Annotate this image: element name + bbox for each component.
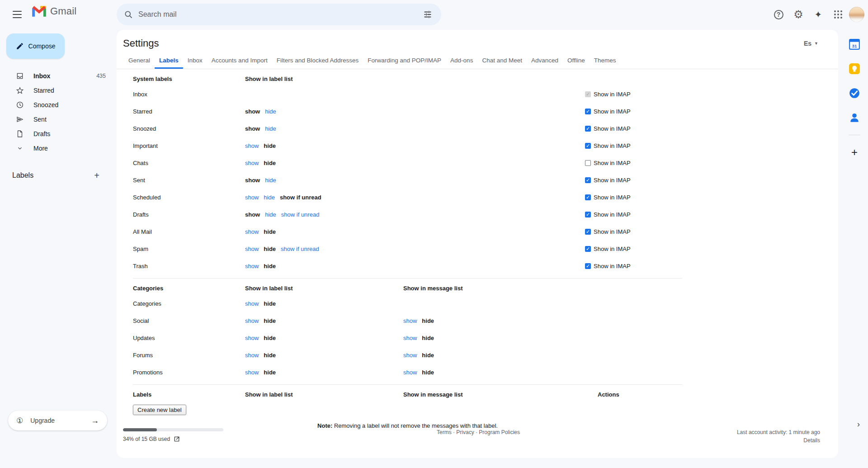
calendar-icon[interactable]: 31: [845, 35, 863, 53]
option-link-hide[interactable]: hide: [264, 194, 275, 201]
category-row: Categoriesshowhide: [133, 295, 682, 312]
sidebar-item-snoozed[interactable]: Snoozed: [0, 98, 116, 112]
card-footer: 34% of 15 GB used Terms · Privacy · Prog…: [123, 428, 834, 452]
option-link-show[interactable]: show: [245, 369, 259, 376]
option-link-hide[interactable]: hide: [265, 125, 276, 132]
tune-icon[interactable]: [419, 5, 437, 24]
show-in-imap-label: Show in IMAP: [594, 263, 631, 269]
label-list-options: showhideshow if unread: [245, 194, 585, 201]
option-link-show[interactable]: show: [403, 335, 417, 341]
add-label-icon[interactable]: +: [90, 169, 103, 182]
show-in-imap-checkbox[interactable]: ✓: [585, 229, 591, 235]
search-icon[interactable]: [124, 10, 133, 19]
show-in-imap-checkbox[interactable]: ✓: [585, 126, 591, 132]
option-link-show[interactable]: show: [245, 160, 259, 166]
sparkle-icon[interactable]: ✦: [809, 5, 827, 24]
tab-themes[interactable]: Themes: [590, 53, 621, 69]
sidebar-item-more[interactable]: More: [0, 141, 116, 156]
contacts-icon[interactable]: [845, 109, 863, 127]
option-link-show[interactable]: show: [245, 228, 259, 235]
google-one-icon: ①: [16, 416, 23, 425]
option-link-show-if-unread[interactable]: show if unread: [281, 211, 320, 218]
option-link-show[interactable]: show: [245, 335, 259, 341]
labels-col3: Show in message list: [403, 391, 598, 398]
show-in-imap-checkbox[interactable]: ✓: [585, 177, 591, 183]
sidebar-item-label: Starred: [33, 87, 106, 94]
keep-icon[interactable]: [845, 60, 863, 78]
sidebar-item-label: Snoozed: [33, 101, 106, 109]
search-bar[interactable]: [117, 4, 441, 25]
option-link-show[interactable]: show: [403, 352, 417, 359]
option-link-show[interactable]: show: [403, 369, 417, 376]
selected-option-hide: hide: [264, 263, 276, 269]
option-link-hide[interactable]: hide: [265, 177, 276, 184]
details-link[interactable]: Details: [803, 437, 820, 444]
show-in-imap-label: Show in IMAP: [594, 177, 631, 184]
tab-accounts-and-import[interactable]: Accounts and Import: [207, 53, 272, 69]
hide-side-panel-icon[interactable]: ›: [857, 420, 860, 429]
get-addons-icon[interactable]: +: [845, 143, 863, 161]
option-link-show[interactable]: show: [245, 300, 259, 307]
tab-general[interactable]: General: [124, 53, 155, 69]
tab-forwarding-and-pop-imap[interactable]: Forwarding and POP/IMAP: [363, 53, 446, 69]
tab-chat-and-meet[interactable]: Chat and Meet: [477, 53, 527, 69]
tab-inbox[interactable]: Inbox: [183, 53, 207, 69]
imap-cell: ✓Show in IMAP: [585, 228, 682, 235]
language-dropdown[interactable]: Es ▼: [804, 40, 818, 47]
message-list-options: showhide: [403, 335, 682, 341]
top-bar: Gmail ? ⚙ ✦: [0, 0, 868, 29]
show-in-imap-checkbox[interactable]: ✓: [585, 143, 591, 149]
help-icon[interactable]: ?: [769, 5, 788, 24]
option-link-show[interactable]: show: [245, 263, 259, 269]
tab-advanced[interactable]: Advanced: [527, 53, 563, 69]
option-link-show[interactable]: show: [245, 352, 259, 359]
gear-icon[interactable]: ⚙: [789, 5, 807, 24]
show-in-imap-checkbox[interactable]: [585, 160, 591, 166]
tab-add-ons[interactable]: Add-ons: [446, 53, 477, 69]
label-list-options: showhideshow if unread: [245, 211, 585, 218]
option-link-show[interactable]: show: [245, 246, 259, 252]
tasks-icon[interactable]: [845, 84, 863, 102]
tab-filters-and-blocked-addresses[interactable]: Filters and Blocked Addresses: [272, 53, 363, 69]
sidebar-item-inbox[interactable]: Inbox435: [0, 69, 116, 83]
option-link-show[interactable]: show: [245, 142, 259, 149]
label-name: Trash: [133, 263, 245, 269]
category-name: Updates: [133, 335, 245, 341]
upgrade-button[interactable]: ① Upgrade →: [8, 411, 107, 430]
option-link-show-if-unread[interactable]: show if unread: [281, 246, 319, 252]
show-in-imap-checkbox[interactable]: ✓: [585, 194, 591, 200]
chevron-down-icon: [15, 144, 24, 153]
sidebar-item-label: More: [33, 145, 106, 152]
sidebar-item-label: Sent: [33, 116, 106, 123]
option-link-show[interactable]: show: [245, 194, 259, 201]
show-in-imap-checkbox[interactable]: ✓: [585, 246, 591, 252]
option-link-hide[interactable]: hide: [265, 108, 276, 115]
footer-link-privacy[interactable]: Privacy: [456, 429, 474, 435]
option-link-show[interactable]: show: [245, 317, 259, 324]
sidebar-item-drafts[interactable]: Drafts: [0, 127, 116, 141]
compose-button[interactable]: Compose: [6, 33, 65, 59]
footer-link-program-policies[interactable]: Program Policies: [479, 429, 520, 435]
option-link-show[interactable]: show: [403, 317, 417, 324]
option-link-hide[interactable]: hide: [265, 211, 276, 218]
section-divider: [133, 384, 682, 385]
show-in-imap-label: Show in IMAP: [594, 142, 631, 149]
sidebar-item-sent[interactable]: Sent: [0, 112, 116, 127]
tab-offline[interactable]: Offline: [563, 53, 590, 69]
show-in-imap-checkbox[interactable]: ✓: [585, 263, 591, 269]
main-menu-icon[interactable]: [8, 6, 26, 23]
search-input[interactable]: [138, 10, 419, 19]
footer-link-terms[interactable]: Terms: [437, 429, 452, 435]
show-in-imap-checkbox[interactable]: ✓: [585, 212, 591, 217]
external-link-icon[interactable]: [174, 436, 180, 442]
sidebar-item-starred[interactable]: Starred: [0, 83, 116, 98]
avatar[interactable]: [849, 7, 864, 22]
label-name: Important: [133, 142, 245, 149]
apps-grid-icon[interactable]: [829, 5, 847, 24]
show-in-imap-checkbox[interactable]: ✓: [585, 109, 591, 114]
create-new-label-button[interactable]: Create new label: [133, 405, 186, 415]
settings-tabs: GeneralLabelsInboxAccounts and ImportFil…: [117, 53, 838, 69]
tab-labels[interactable]: Labels: [155, 53, 183, 69]
sidebar-item-label: Drafts: [33, 130, 106, 137]
system-label-row: All Mailshowhide✓Show in IMAP: [133, 223, 682, 240]
